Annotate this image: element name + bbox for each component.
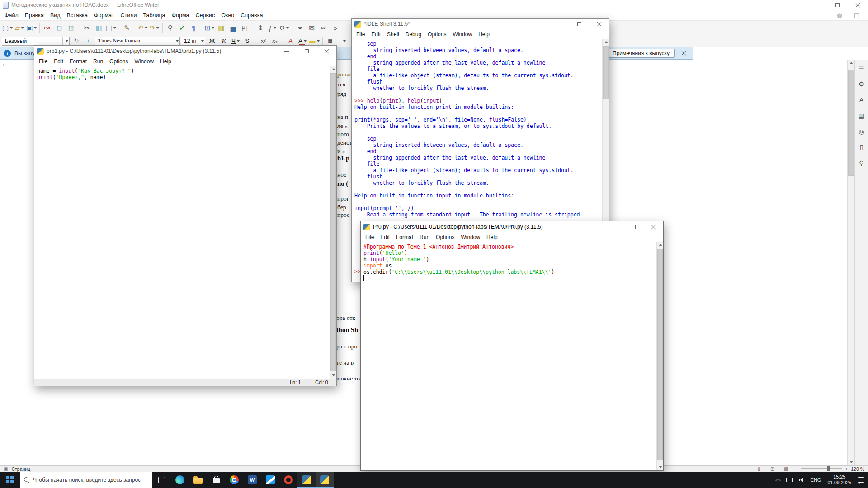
menu-item[interactable]: Таблица xyxy=(140,11,168,20)
open-file-icon[interactable]: ▱ xyxy=(14,22,25,34)
menu-item[interactable]: Формат xyxy=(91,11,117,20)
taskbar-search-box[interactable]: Чтобы начать поиск, введите здесь запрос xyxy=(20,472,152,488)
action-center-icon[interactable] xyxy=(858,477,864,483)
zoom-slider-thumb[interactable] xyxy=(827,466,830,471)
menu-item[interactable]: Справка xyxy=(237,11,266,20)
menu-item[interactable]: Правка xyxy=(22,11,47,20)
insert-textbox-icon[interactable]: ◰ xyxy=(239,22,251,34)
menu-item[interactable]: Help xyxy=(157,57,175,66)
font-size-combo[interactable]: 12 пт xyxy=(181,37,205,46)
menu-item[interactable]: Edit xyxy=(51,57,66,66)
menu-item[interactable]: Window xyxy=(131,57,157,66)
chevron-down-icon[interactable] xyxy=(173,37,179,45)
paragraph-style-combo[interactable]: Базовый xyxy=(2,37,70,46)
menu-item[interactable]: Help xyxy=(483,233,501,241)
close-button[interactable] xyxy=(316,46,336,56)
style-inspector-icon[interactable]: ⚲ xyxy=(857,158,867,168)
minimize-button[interactable] xyxy=(604,221,623,232)
taskbar-store-button[interactable] xyxy=(207,472,225,488)
menu-item[interactable]: Файл xyxy=(1,11,22,20)
taskbar-file-explorer-button[interactable] xyxy=(189,472,207,488)
menu-item[interactable]: Сервис xyxy=(192,11,218,20)
menu-item[interactable]: Help xyxy=(475,30,493,38)
menu-item[interactable]: Окно xyxy=(218,11,237,20)
page-break-icon[interactable]: ⇟ xyxy=(255,22,267,34)
document-vertical-scrollbar[interactable] xyxy=(847,60,854,465)
chevron-down-icon[interactable] xyxy=(198,37,205,45)
print-icon[interactable]: ⊟ xyxy=(53,22,65,34)
special-character-icon[interactable]: Ω xyxy=(278,22,290,34)
taskbar-clock[interactable]: 15:25 01.09.2025 xyxy=(827,474,851,486)
tray-chevron-up-icon[interactable] xyxy=(775,478,780,483)
export-pdf-icon[interactable]: PDF xyxy=(42,22,53,34)
toolbar-overflow-icon[interactable]: » xyxy=(330,22,341,34)
cut-icon[interactable]: ✂ xyxy=(81,22,93,34)
menu-item[interactable]: Run xyxy=(90,57,106,66)
prb1-code-area[interactable]: name = input("Как Вас зовут? ")print("Пр… xyxy=(35,66,329,379)
menu-item[interactable]: Shell xyxy=(384,30,402,38)
line-spacing-icon[interactable]: ≡ xyxy=(336,35,348,47)
taskbar-word-button[interactable] xyxy=(243,472,261,488)
menu-item[interactable]: Run xyxy=(416,233,433,241)
menu-item[interactable]: Форма xyxy=(169,11,193,20)
taskbar-edge-button[interactable] xyxy=(171,472,189,488)
spelling-icon[interactable]: ✔ xyxy=(176,22,188,34)
insert-image-icon[interactable]: ▦ xyxy=(216,22,227,34)
menu-item[interactable]: Вид xyxy=(47,11,64,20)
zoom-in-button[interactable]: + xyxy=(845,466,848,472)
minimize-button[interactable] xyxy=(549,19,569,29)
menu-item[interactable]: Options xyxy=(425,30,449,38)
zoom-slider[interactable] xyxy=(801,468,842,469)
insert-table-icon[interactable]: ⊞ xyxy=(204,22,216,34)
network-icon[interactable] xyxy=(786,478,793,482)
paste-icon[interactable]: ▤ xyxy=(104,22,117,34)
save-icon[interactable]: ▣ xyxy=(25,22,38,34)
menu-item[interactable]: Window xyxy=(458,233,483,241)
menu-item[interactable]: Window xyxy=(449,30,475,38)
close-button[interactable] xyxy=(643,221,663,232)
release-notes-button[interactable]: Примечания к выпуску xyxy=(608,49,675,58)
sidebar-settings-icon[interactable]: ☰ xyxy=(857,63,867,73)
start-button[interactable] xyxy=(0,472,20,488)
menu-item[interactable]: Format xyxy=(393,233,416,241)
maximize-button[interactable] xyxy=(569,19,589,29)
zoom-out-button[interactable]: − xyxy=(795,466,798,472)
menu-item[interactable]: File xyxy=(362,233,377,241)
pr0-vertical-scrollbar[interactable] xyxy=(656,242,663,470)
taskbar-idle-button[interactable] xyxy=(297,472,316,488)
volume-icon[interactable] xyxy=(799,477,804,483)
navigator-icon[interactable]: ◎ xyxy=(857,127,867,136)
new-document-icon[interactable]: ▢ xyxy=(1,22,14,34)
menu-item[interactable]: File xyxy=(353,30,368,38)
infobar-close-button[interactable] xyxy=(678,51,689,56)
menu-item[interactable]: Debug xyxy=(402,30,425,38)
scrollbar-thumb[interactable] xyxy=(657,249,663,460)
menu-item[interactable]: File xyxy=(36,57,51,66)
menu-item[interactable]: Стили xyxy=(117,11,140,20)
globe-icon[interactable]: ◍ xyxy=(834,9,845,21)
menu-item[interactable]: Options xyxy=(433,233,458,241)
close-button[interactable] xyxy=(848,0,868,10)
menu-item[interactable]: Edit xyxy=(377,233,393,241)
scrollbar-thumb[interactable] xyxy=(603,46,609,99)
insert-comment-icon[interactable]: ✉ xyxy=(306,22,318,34)
zoom-level[interactable]: 120 % xyxy=(851,466,864,472)
print-preview-icon[interactable]: ⊞ xyxy=(65,22,77,34)
maximize-button[interactable] xyxy=(827,0,848,10)
taskbar-chrome-button[interactable] xyxy=(225,472,243,488)
insert-hyperlink-icon[interactable]: ⚭ xyxy=(294,22,306,34)
find-replace-icon[interactable]: ⚲ xyxy=(165,22,176,34)
minimize-button[interactable] xyxy=(807,0,827,10)
sidebar-toggle-icon[interactable]: ▤ xyxy=(851,9,863,21)
page-deck-icon[interactable]: ▯ xyxy=(857,142,867,152)
menu-item[interactable]: Edit xyxy=(368,30,384,38)
copy-icon[interactable]: ▥ xyxy=(93,22,104,34)
insert-field-icon[interactable]: ƒ xyxy=(267,22,278,34)
menu-item[interactable]: Format xyxy=(66,57,90,66)
language-indicator[interactable]: ENG xyxy=(811,477,821,483)
font-name-combo[interactable]: Times New Roman xyxy=(95,37,180,46)
close-button[interactable] xyxy=(589,19,609,29)
styles-icon[interactable]: A xyxy=(857,95,867,105)
undo-icon[interactable]: ↶ xyxy=(137,22,149,34)
track-changes-icon[interactable]: ✑ xyxy=(318,22,330,34)
